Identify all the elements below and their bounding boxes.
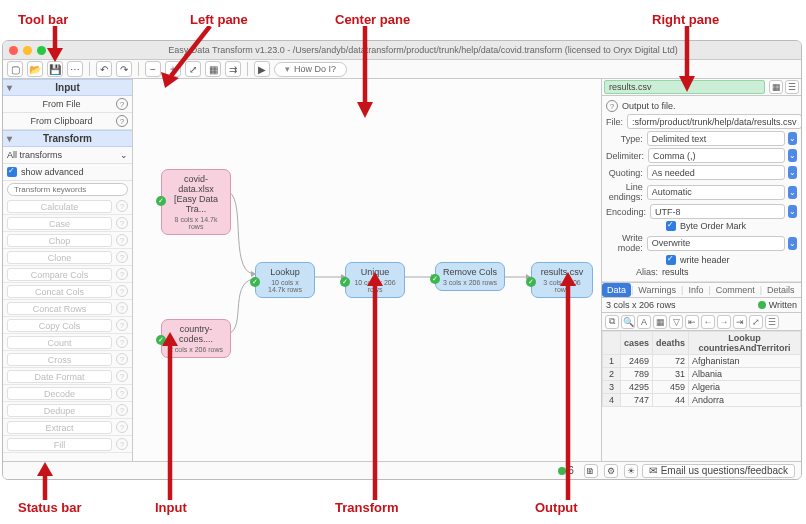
- last-page-icon[interactable]: ⇥: [733, 315, 747, 329]
- save-file-button[interactable]: 💾: [47, 61, 63, 77]
- feedback-button[interactable]: ✉Email us questions/feedback: [642, 464, 795, 478]
- copy-button[interactable]: ⧉: [605, 315, 619, 329]
- help-icon[interactable]: ?: [116, 404, 128, 416]
- dropdown-icon[interactable]: ⌄: [788, 205, 797, 218]
- log-icon[interactable]: 🗎: [584, 464, 598, 478]
- menu-icon[interactable]: ☰: [765, 315, 779, 329]
- help-icon[interactable]: ?: [116, 438, 128, 450]
- dropdown-icon[interactable]: ⌄: [788, 149, 797, 162]
- show-advanced-checkbox[interactable]: show advanced: [3, 164, 132, 181]
- expand-icon[interactable]: ⤢: [749, 315, 763, 329]
- transform-search-input[interactable]: [7, 183, 128, 196]
- zoom-icon[interactable]: [37, 46, 46, 55]
- settings-icon[interactable]: ⋯: [67, 61, 83, 77]
- grid-icon[interactable]: ▦: [653, 315, 667, 329]
- bom-checkbox[interactable]: Byte Order Mark: [666, 221, 797, 231]
- help-icon[interactable]: ?: [116, 353, 128, 365]
- tab-warnings[interactable]: Warnings: [633, 283, 681, 297]
- node-lookup[interactable]: ✓ Lookup10 cols x 14.7k rows: [255, 262, 315, 298]
- from-clipboard-button[interactable]: From Clipboard?: [3, 113, 132, 130]
- transform-op-cross[interactable]: Cross?: [3, 351, 132, 368]
- help-icon[interactable]: ?: [116, 285, 128, 297]
- help-icon[interactable]: ?: [116, 319, 128, 331]
- output-filename[interactable]: results.csv: [604, 80, 765, 94]
- alias-field[interactable]: results: [662, 267, 797, 277]
- line-endings-dropdown[interactable]: Automatic: [647, 185, 785, 200]
- help-icon[interactable]: ?: [606, 100, 618, 112]
- dropdown-icon[interactable]: ⌄: [788, 166, 797, 179]
- transform-op-copy-cols[interactable]: Copy Cols?: [3, 317, 132, 334]
- help-icon[interactable]: ?: [116, 251, 128, 263]
- type-dropdown[interactable]: Delimited text: [647, 131, 785, 146]
- from-file-button[interactable]: From File?: [3, 96, 132, 113]
- transform-op-decode[interactable]: Decode?: [3, 385, 132, 402]
- node-remove-cols[interactable]: ✓ Remove Cols3 cols x 206 rows: [435, 262, 505, 291]
- first-page-icon[interactable]: ⇤: [685, 315, 699, 329]
- transform-op-concat-rows[interactable]: Concat Rows?: [3, 300, 132, 317]
- help-icon[interactable]: ?: [116, 234, 128, 246]
- help-icon[interactable]: ?: [116, 98, 128, 110]
- grid-view-icon[interactable]: ▦: [769, 80, 783, 94]
- transform-op-fill[interactable]: Fill?: [3, 436, 132, 453]
- layout-button[interactable]: ⇉: [225, 61, 241, 77]
- tab-data[interactable]: Data: [602, 283, 631, 297]
- grid-button[interactable]: ▦: [205, 61, 221, 77]
- minimize-icon[interactable]: [23, 46, 32, 55]
- help-icon[interactable]: ?: [116, 370, 128, 382]
- next-page-icon[interactable]: →: [717, 315, 731, 329]
- transform-op-date-format[interactable]: Date Format?: [3, 368, 132, 385]
- font-button[interactable]: A: [637, 315, 651, 329]
- node-input-countries[interactable]: ✓ country-codes....2 cols x 206 rows: [161, 319, 231, 358]
- zoom-out-button[interactable]: −: [145, 61, 161, 77]
- dropdown-icon[interactable]: ⌄: [788, 132, 797, 145]
- encoding-dropdown[interactable]: UTF-8: [650, 204, 785, 219]
- dropdown-icon[interactable]: ⌄: [788, 237, 797, 250]
- center-pane[interactable]: ✓ covid-data.xlsx [Easy Data Tra...8 col…: [133, 79, 601, 461]
- file-path-field[interactable]: :sform/product/trunk/help/data/results.c…: [627, 114, 802, 129]
- redo-button[interactable]: ↷: [116, 61, 132, 77]
- open-file-button[interactable]: 📂: [27, 61, 43, 77]
- sun-icon[interactable]: ☀: [624, 464, 638, 478]
- tab-details[interactable]: Details: [762, 283, 800, 297]
- quoting-dropdown[interactable]: As needed: [647, 165, 785, 180]
- transform-op-case[interactable]: Case?: [3, 215, 132, 232]
- data-preview-table[interactable]: casesdeathsLookup countriesAndTerritori1…: [602, 331, 801, 407]
- transform-op-compare-cols[interactable]: Compare Cols?: [3, 266, 132, 283]
- node-output-results[interactable]: ✓ results.csv3 cols x 206 rows: [531, 262, 593, 298]
- transform-filter-dropdown[interactable]: All transforms⌄: [3, 147, 132, 164]
- filter-icon[interactable]: ▽: [669, 315, 683, 329]
- prev-page-icon[interactable]: ←: [701, 315, 715, 329]
- dropdown-icon[interactable]: ⌄: [788, 186, 797, 199]
- node-input-covid[interactable]: ✓ covid-data.xlsx [Easy Data Tra...8 col…: [161, 169, 231, 235]
- how-do-i-dropdown[interactable]: ▾How Do I?: [274, 62, 347, 77]
- help-icon[interactable]: ?: [116, 217, 128, 229]
- help-icon[interactable]: ?: [116, 302, 128, 314]
- undo-button[interactable]: ↶: [96, 61, 112, 77]
- list-view-icon[interactable]: ☰: [785, 80, 799, 94]
- delimiter-dropdown[interactable]: Comma (,): [648, 148, 785, 163]
- help-icon[interactable]: ?: [116, 268, 128, 280]
- transform-op-clone[interactable]: Clone?: [3, 249, 132, 266]
- help-icon[interactable]: ?: [116, 421, 128, 433]
- search-data-button[interactable]: 🔍: [621, 315, 635, 329]
- transform-section-header[interactable]: ▾Transform: [3, 130, 132, 147]
- node-unique[interactable]: ✓ Unique10 cols x 206 rows: [345, 262, 405, 298]
- zoom-fit-button[interactable]: ⤢: [185, 61, 201, 77]
- transform-op-calculate[interactable]: Calculate?: [3, 198, 132, 215]
- help-icon[interactable]: ?: [116, 387, 128, 399]
- help-icon[interactable]: ?: [116, 115, 128, 127]
- run-button[interactable]: ▶: [254, 61, 270, 77]
- write-mode-dropdown[interactable]: Overwrite: [647, 236, 785, 251]
- tab-comment[interactable]: Comment: [711, 283, 760, 297]
- close-icon[interactable]: [9, 46, 18, 55]
- help-icon[interactable]: ?: [116, 200, 128, 212]
- input-section-header[interactable]: ▾Input: [3, 79, 132, 96]
- transform-op-extract[interactable]: Extract?: [3, 419, 132, 436]
- tab-info[interactable]: Info: [683, 283, 708, 297]
- zoom-in-button[interactable]: ＋: [165, 61, 181, 77]
- transform-op-concat-cols[interactable]: Concat Cols?: [3, 283, 132, 300]
- settings-icon[interactable]: ⚙: [604, 464, 618, 478]
- transform-op-chop[interactable]: Chop?: [3, 232, 132, 249]
- transform-op-count[interactable]: Count?: [3, 334, 132, 351]
- write-header-checkbox[interactable]: write header: [666, 255, 797, 265]
